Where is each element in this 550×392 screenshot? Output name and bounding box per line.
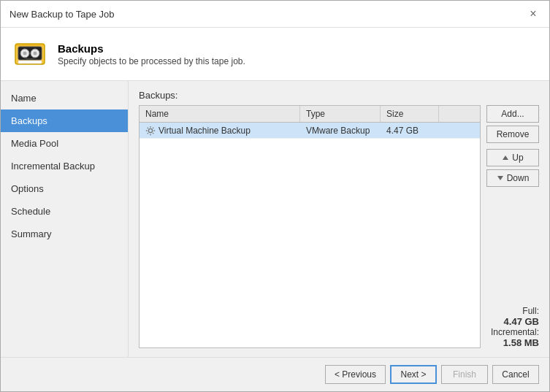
cancel-button[interactable]: Cancel <box>492 365 539 384</box>
header-area: Backups Specify objects to be processed … <box>1 28 549 81</box>
dialog: New Backup to Tape Job × Backups Specify… <box>0 0 550 392</box>
side-info: Full: 4.47 GB Incremental: 1.58 MB <box>486 300 539 348</box>
sidebar-item-schedule[interactable]: Schedule <box>1 200 128 223</box>
cell-rest <box>439 128 480 133</box>
right-panel: Add... Remove Up Down <box>486 105 539 348</box>
sidebar: Name Backups Media Pool Incremental Back… <box>1 81 129 357</box>
title-bar: New Backup to Tape Job × <box>1 1 549 28</box>
svg-rect-7 <box>15 44 45 46</box>
incremental-size: 1.58 MB <box>486 337 539 348</box>
right-buttons: Add... Remove <box>486 105 539 143</box>
col-header-size: Size <box>381 106 439 122</box>
sidebar-item-summary[interactable]: Summary <box>1 223 128 245</box>
col-header-name: Name <box>140 106 300 122</box>
gear-icon <box>145 126 156 136</box>
cell-name: Virtual Machine Backup <box>140 123 300 138</box>
svg-point-5 <box>34 52 37 55</box>
sidebar-item-backups[interactable]: Backups <box>1 109 128 132</box>
up-button[interactable]: Up <box>486 149 539 166</box>
incremental-label: Incremental: <box>486 327 539 337</box>
content-area: Name Backups Media Pool Incremental Back… <box>1 81 549 357</box>
sidebar-item-incremental-backup[interactable]: Incremental Backup <box>1 155 128 177</box>
next-button[interactable]: Next > <box>390 365 437 384</box>
add-button[interactable]: Add... <box>486 105 539 123</box>
svg-point-3 <box>23 52 27 55</box>
finish-button[interactable]: Finish <box>441 365 488 384</box>
full-size: 4.47 GB <box>486 316 539 327</box>
previous-button[interactable]: < Previous <box>325 365 386 384</box>
footer: < Previous Next > Finish Cancel <box>1 357 549 391</box>
down-arrow-icon <box>497 174 504 182</box>
full-label: Full: <box>486 306 539 316</box>
cell-type: VMware Backup <box>300 123 381 138</box>
sidebar-item-media-pool[interactable]: Media Pool <box>1 132 128 155</box>
tape-icon <box>12 36 47 72</box>
svg-rect-6 <box>18 61 42 64</box>
cell-size: 4.47 GB <box>381 123 439 138</box>
header-subtitle: Specify objects to be processed by this … <box>58 56 245 66</box>
up-arrow-icon <box>502 154 509 161</box>
remove-button[interactable]: Remove <box>486 126 539 143</box>
dialog-title: New Backup to Tape Job <box>9 9 115 20</box>
header-title: Backups <box>58 42 245 55</box>
col-header-type: Type <box>300 106 381 122</box>
header-text: Backups Specify objects to be processed … <box>58 42 245 66</box>
col-header-rest <box>439 106 480 122</box>
close-button[interactable]: × <box>526 7 541 21</box>
table-header: Name Type Size <box>140 106 480 123</box>
backups-table: Name Type Size Virtual Machine Backup <box>139 105 481 348</box>
sidebar-item-name[interactable]: Name <box>1 87 128 109</box>
main-content: Backups: Name Type Size <box>129 81 549 357</box>
table-area: Name Type Size Virtual Machine Backup <box>139 105 539 348</box>
sidebar-item-options[interactable]: Options <box>1 177 128 200</box>
table-row[interactable]: Virtual Machine Backup VMware Backup 4.4… <box>140 123 480 139</box>
svg-point-8 <box>148 128 152 132</box>
down-button[interactable]: Down <box>486 169 539 187</box>
up-down-buttons: Up Down <box>486 149 539 187</box>
section-label: Backups: <box>139 90 539 101</box>
